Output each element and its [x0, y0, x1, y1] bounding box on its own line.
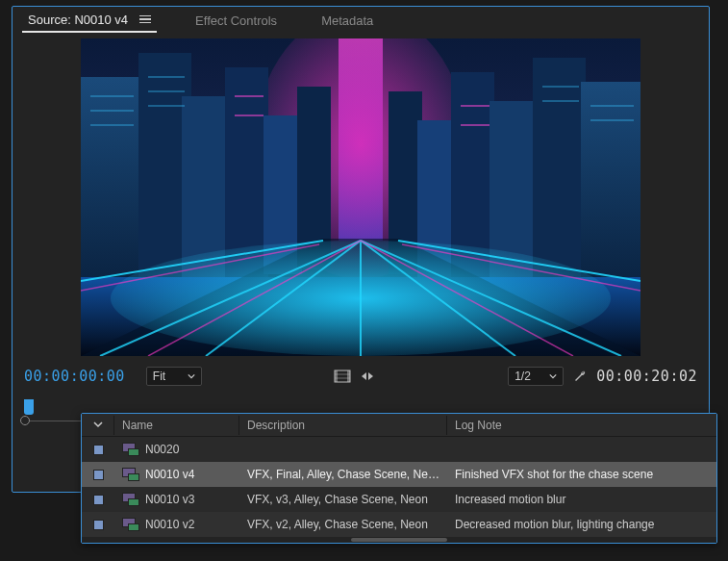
clip-icon [122, 493, 139, 506]
transport-controls: 00:00:00:00 Fit 1/2 00:00:20:02 [13, 361, 709, 392]
tab-source-label: Source: N0010 v4 [28, 13, 128, 27]
clip-icon [122, 468, 139, 481]
clip-name: N0010 v4 [145, 468, 194, 481]
panel-tab-bar: Source: N0010 v4 Effect Controls Metadat… [13, 7, 709, 34]
timecode-current[interactable]: 00:00:00:00 [24, 368, 125, 385]
label-swatch[interactable] [93, 445, 104, 455]
playhead-marker[interactable] [24, 399, 34, 415]
zoom-handle-left[interactable] [20, 416, 30, 425]
label-swatch[interactable] [93, 520, 104, 530]
zoom-dropdown[interactable]: Fit [146, 367, 202, 386]
tab-source[interactable]: Source: N0010 v4 [22, 9, 157, 33]
chevron-down-icon [188, 372, 195, 380]
col-header-lognote[interactable]: Log Note [447, 416, 716, 435]
clip-description: VFX, Final, Alley, Chase Scene, Neon [239, 468, 447, 481]
clip-lognote: Finished VFX shot for the chase scene [447, 468, 716, 481]
svg-rect-45 [347, 370, 350, 382]
bin-row[interactable]: N0020 [82, 437, 716, 462]
svg-rect-13 [533, 58, 586, 293]
bin-row[interactable]: N0010 v3 VFX, v3, Alley, Chase Scene, Ne… [82, 487, 716, 512]
svg-rect-14 [581, 82, 640, 289]
resolution-dropdown[interactable]: 1/2 [508, 367, 564, 386]
resolution-value: 1/2 [515, 370, 531, 383]
bin-row[interactable]: N0010 v4 VFX, Final, Alley, Chase Scene,… [82, 462, 716, 487]
video-frame [81, 38, 640, 356]
label-swatch[interactable] [93, 495, 104, 505]
clip-name: N0010 v3 [145, 493, 194, 506]
col-header-name[interactable]: Name [114, 416, 239, 435]
tab-effect-controls[interactable]: Effect Controls [189, 10, 283, 32]
chevron-down-icon [93, 420, 103, 429]
bin-row[interactable]: N0010 v2 VFX, v2, Alley, Chase Scene, Ne… [82, 512, 716, 537]
insert-overwrite-icon[interactable] [359, 368, 376, 385]
clip-description: VFX, v3, Alley, Chase Scene, Neon [239, 493, 447, 506]
clip-icon [122, 443, 139, 456]
label-swatch[interactable] [93, 470, 104, 480]
clip-lognote: Increased motion blur [447, 493, 716, 506]
chevron-down-icon [549, 372, 557, 380]
clip-name: N0010 v2 [145, 518, 194, 531]
filmstrip-icon[interactable] [334, 368, 351, 385]
tab-metadata[interactable]: Metadata [315, 10, 379, 32]
preview-image [81, 38, 640, 356]
bin-header-row: Name Description Log Note [82, 414, 716, 437]
clip-name: N0020 [145, 443, 179, 456]
col-header-description[interactable]: Description [239, 416, 447, 435]
timecode-duration[interactable]: 00:00:20:02 [596, 368, 697, 385]
clip-icon [122, 518, 139, 531]
zoom-value: Fit [153, 370, 165, 383]
panel-menu-icon[interactable] [139, 15, 151, 24]
scrollbar-thumb[interactable] [351, 538, 447, 542]
collapse-toggle[interactable] [82, 416, 114, 435]
wrench-icon[interactable] [571, 368, 589, 385]
project-bin-panel: Name Description Log Note N0020 N0010 v4… [81, 413, 717, 544]
source-viewer[interactable] [13, 34, 709, 361]
svg-rect-44 [335, 370, 338, 382]
svg-rect-3 [81, 77, 148, 289]
clip-description: VFX, v2, Alley, Chase Scene, Neon [239, 518, 447, 531]
horizontal-scrollbar[interactable] [82, 537, 716, 543]
clip-lognote: Decreased motion blur, lighting change [447, 518, 716, 531]
